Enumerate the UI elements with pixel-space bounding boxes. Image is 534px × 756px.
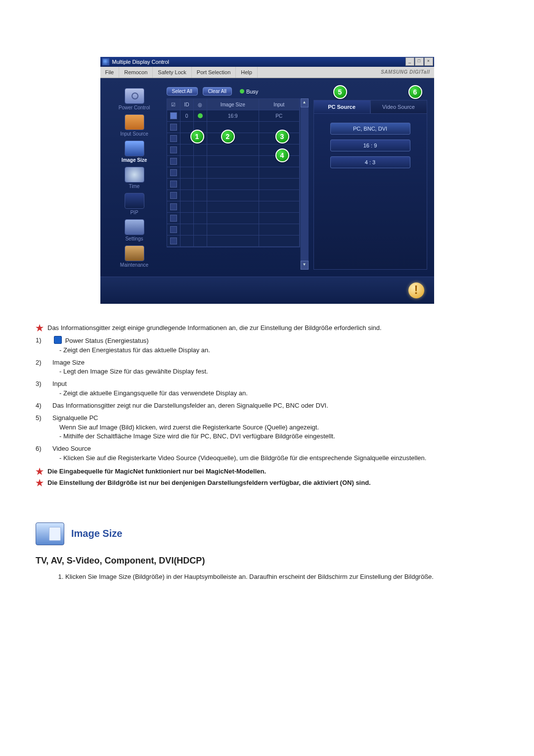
app-window: Multiple Display Control _ □ × File Remo… — [100, 57, 434, 304]
table-row[interactable] — [167, 167, 300, 179]
note-6-body: - Klicken Sie auf die Registerkarte Vide… — [59, 454, 498, 463]
input-icon — [125, 114, 144, 130]
warn-2: Die Einstellung der Bildgröße ist nur be… — [47, 479, 371, 486]
row-checkbox[interactable] — [170, 181, 177, 188]
maintenance-icon — [125, 245, 144, 261]
close-icon[interactable]: × — [424, 57, 433, 66]
star-icon: ★ — [36, 467, 44, 476]
intro-text: Das Informationsgitter zeigt einige grun… — [47, 324, 382, 333]
table-row[interactable] — [167, 224, 300, 236]
menu-port-selection[interactable]: Port Selection — [192, 67, 236, 78]
callout-4: 4 — [275, 148, 289, 162]
ratio-4-3-button[interactable]: 4 : 3 — [330, 156, 410, 168]
table-row[interactable] — [167, 179, 300, 190]
table-row[interactable]: 0 16:9 PC — [167, 110, 300, 122]
note-3-title: Input — [52, 380, 67, 387]
row-checkbox[interactable] — [170, 237, 177, 244]
menubar: File Remocon Safety Lock Port Selection … — [100, 67, 434, 78]
row-checkbox[interactable] — [170, 124, 177, 131]
power-status-icon — [54, 336, 62, 344]
star-icon: ★ — [36, 478, 44, 488]
callout-1: 1 — [190, 130, 204, 143]
row-checkbox[interactable] — [170, 215, 177, 222]
table-row[interactable] — [167, 201, 300, 213]
window-title: Multiple Display Control — [112, 59, 170, 65]
callout-3: 3 — [275, 130, 289, 143]
col-input: Input — [259, 99, 299, 110]
table-row[interactable] — [167, 213, 300, 224]
note-4: Das Informationsgitter zeigt nur die Dar… — [52, 401, 498, 411]
note-5-title: Signalquelle PC — [52, 414, 98, 422]
row-checkbox[interactable] — [170, 192, 177, 199]
row-checkbox[interactable] — [170, 169, 177, 176]
busy-indicator: Busy — [240, 89, 258, 94]
row-checkbox[interactable] — [170, 226, 177, 233]
row-checkbox[interactable] — [170, 146, 177, 153]
app-icon — [102, 58, 109, 65]
pip-icon — [125, 193, 144, 209]
note-1-title: Power Status (Energiestatus) — [65, 337, 149, 344]
select-all-button[interactable]: Select All — [167, 87, 198, 95]
row-checkbox[interactable] — [170, 203, 177, 210]
scrollbar[interactable]: ▲ ▼ — [300, 98, 309, 270]
tab-video-source[interactable]: Video Source — [370, 100, 427, 114]
row-checkbox[interactable] — [170, 158, 177, 165]
star-icon: ★ — [36, 324, 44, 333]
busy-dot-icon — [240, 89, 244, 94]
ratio-16-9-button[interactable]: 16 : 9 — [330, 140, 410, 151]
nav-power-control[interactable]: Power Control — [107, 87, 162, 112]
nav-input-source[interactable]: Input Source — [107, 113, 162, 139]
display-grid: ☑ ID ◎ Image Size Input 0 16:9 — [167, 98, 300, 247]
callout-6: 6 — [408, 85, 422, 99]
col-image-size: Image Size — [207, 99, 260, 110]
tab-pc-source[interactable]: PC Source — [313, 100, 370, 114]
left-nav: Power Control Input Source Image Size Ti… — [107, 87, 162, 270]
group-label: PC, BNC, DVI — [330, 123, 410, 135]
image-size-section-icon — [36, 522, 64, 545]
status-footer: ! — [100, 277, 434, 304]
col-checkbox[interactable]: ☑ — [167, 99, 180, 110]
table-row[interactable] — [167, 190, 300, 201]
row-checkbox[interactable] — [170, 112, 177, 119]
table-row[interactable] — [167, 236, 300, 247]
time-icon — [125, 167, 144, 183]
note-5a: Wenn Sie auf Image (Bild) klicken, wird … — [59, 423, 498, 432]
settings-icon — [125, 219, 144, 235]
note-6-title: Video Source — [52, 445, 91, 452]
brand-label: SAMSUNG DIGITall — [381, 67, 430, 78]
col-id: ID — [180, 99, 194, 110]
note-3-body: - Zeigt die aktuelle Eingangsquelle für … — [59, 389, 498, 398]
callout-5: 5 — [333, 85, 347, 99]
section-heading: Image Size — [71, 526, 122, 541]
callout-2: 2 — [221, 130, 235, 143]
menu-help[interactable]: Help — [236, 67, 258, 78]
titlebar: Multiple Display Control _ □ × — [100, 57, 434, 67]
power-on-icon — [198, 113, 203, 118]
note-2-title: Image Size — [52, 359, 85, 366]
minimize-icon[interactable]: _ — [405, 57, 414, 66]
note-1-body: - Zeigt den Energiestatus für das aktuel… — [59, 346, 498, 355]
nav-maintenance[interactable]: Maintenance — [107, 244, 162, 270]
warn-1: Die Eingabequelle für MagicNet funktioni… — [47, 468, 266, 475]
image-size-icon — [125, 141, 144, 156]
clear-all-button[interactable]: Clear All — [203, 87, 232, 95]
section-subheading: TV, AV, S-Video, Component, DVI(HDCP) — [36, 554, 498, 567]
nav-settings[interactable]: Settings — [107, 218, 162, 243]
info-icon: ! — [408, 283, 424, 298]
nav-time[interactable]: Time — [107, 166, 162, 191]
nav-pip[interactable]: PIP — [107, 192, 162, 217]
menu-file[interactable]: File — [100, 67, 120, 78]
note-2-body: - Legt den Image Size für das gewählte D… — [59, 367, 498, 377]
scroll-up-icon[interactable]: ▲ — [301, 98, 309, 107]
row-checkbox[interactable] — [170, 135, 177, 142]
nav-image-size[interactable]: Image Size — [107, 140, 162, 165]
step-1: Klicken Sie Image Size (Bildgröße) in de… — [65, 572, 498, 582]
menu-safety-lock[interactable]: Safety Lock — [153, 67, 191, 78]
menu-remocon[interactable]: Remocon — [119, 67, 153, 78]
power-icon — [125, 88, 144, 104]
scroll-down-icon[interactable]: ▼ — [301, 261, 309, 270]
maximize-icon[interactable]: □ — [415, 57, 424, 66]
note-5b: - Mithilfe der Schaltfläche Image Size w… — [59, 432, 498, 441]
col-power: ◎ — [194, 99, 207, 110]
